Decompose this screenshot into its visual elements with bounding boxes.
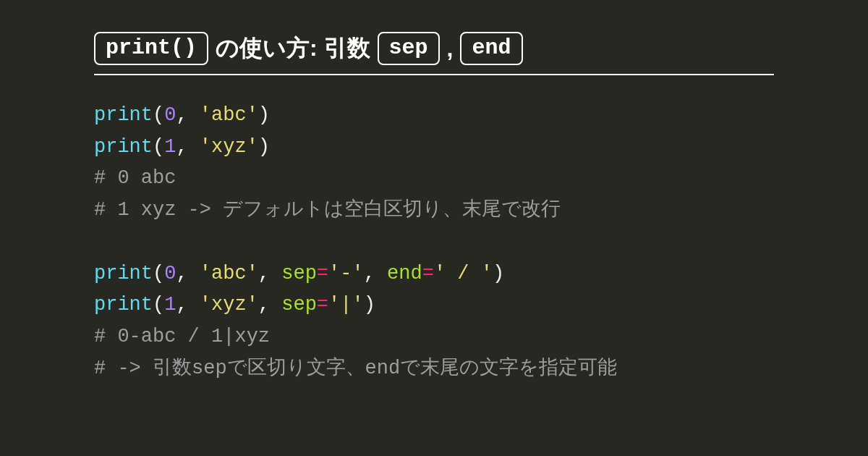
code-comment-2: # 1 xyz -> デフォルトは空白区切り、末尾で改行 [94,199,561,221]
title-box-sep: sep [378,32,440,65]
code-line-1: print(0, 'abc') [94,104,270,126]
title-box-print: print() [94,32,208,65]
code-comment-4: # -> 引数sepで区切り文字、endで末尾の文字を指定可能 [94,358,617,379]
slide-title: print() の使い方: 引数 sep , end [94,32,774,75]
title-box-end: end [460,32,522,65]
code-line-4: print(1, 'xyz', sep='|') [94,294,375,316]
title-comma: , [447,35,454,62]
code-comment-1: # 0 abc [94,167,176,189]
code-line-3: print(0, 'abc', sep='-', end=' / ') [94,263,504,284]
code-comment-3: # 0-abc / 1|xyz [94,326,270,347]
title-text-1: の使い方: 引数 [216,33,370,64]
code-line-2: print(1, 'xyz') [94,136,270,158]
code-block: print(0, 'abc') print(1, 'xyz') # 0 abc … [94,100,774,385]
